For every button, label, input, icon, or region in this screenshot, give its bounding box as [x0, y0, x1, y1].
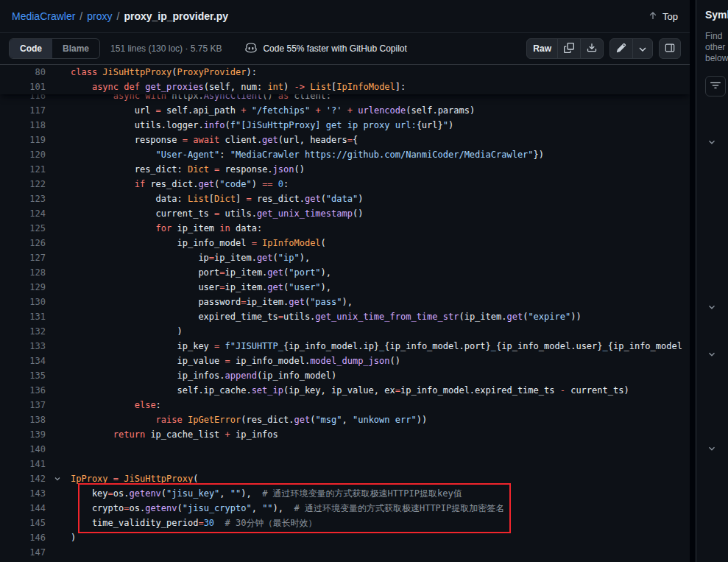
code-text: response = await client.get(url, headers…: [71, 133, 690, 147]
gutter-spacer: [46, 427, 71, 442]
line-number[interactable]: 145: [0, 516, 46, 530]
line-number[interactable]: 137: [0, 398, 46, 412]
gutter-spacer: [46, 147, 71, 162]
line-number[interactable]: 116: [0, 94, 46, 103]
line-number[interactable]: 140: [0, 442, 46, 457]
code-line: 141: [0, 457, 690, 471]
line-number[interactable]: 126: [0, 236, 46, 250]
line-number[interactable]: 136: [0, 383, 46, 398]
copy-raw-button[interactable]: [558, 39, 581, 58]
symbols-pane-toggle-button[interactable]: [659, 38, 681, 59]
gutter-spacer: [46, 177, 71, 192]
edit-dropdown-button[interactable]: [633, 39, 652, 58]
line-number[interactable]: 120: [0, 147, 46, 162]
line-number[interactable]: 125: [0, 221, 46, 236]
gutter-spacer: [46, 412, 71, 427]
line-number[interactable]: 122: [0, 177, 46, 192]
line-number[interactable]: 121: [0, 162, 46, 177]
code-text: port=ip_item.get("port"),: [71, 265, 690, 280]
line-number[interactable]: 124: [0, 206, 46, 221]
line-number[interactable]: 142: [0, 471, 46, 486]
code-text: async def get_proxies(self, num: int) ->…: [71, 80, 690, 94]
raw-button[interactable]: Raw: [527, 39, 558, 58]
code-text: res_dict: Dict = response.json(): [71, 162, 690, 177]
code-line: 129 user=ip_item.get("user"),: [0, 280, 690, 295]
line-number[interactable]: 128: [0, 265, 46, 280]
gutter-spacer: [46, 103, 71, 118]
line-number[interactable]: 132: [0, 324, 46, 339]
code-line: 137 else:: [0, 398, 690, 412]
gutter-spacer: [46, 442, 71, 457]
line-number[interactable]: 127: [0, 250, 46, 265]
collapse-chevron-icon[interactable]: [46, 471, 71, 486]
line-number[interactable]: 146: [0, 530, 46, 545]
code-line: 140: [0, 442, 690, 457]
symbols-panel: Symbols Find other below: [696, 0, 728, 562]
gutter-spacer: [46, 545, 71, 560]
code-text: password=ip_item.get("pass"),: [71, 295, 690, 309]
line-number[interactable]: 144: [0, 501, 46, 516]
code-line: 118 utils.logger.info(f"[JiSuHttpProxy] …: [0, 118, 690, 133]
symbols-panel-description: Find other below: [705, 31, 728, 64]
partially-scrolled-line: 116 async with httpx.AsyncClient() as cl…: [0, 94, 690, 103]
line-number[interactable]: 147: [0, 545, 46, 560]
line-number[interactable]: 117: [0, 103, 46, 118]
code-text: ip_info_model = IpInfoModel(: [71, 236, 690, 250]
line-number[interactable]: 80: [0, 65, 46, 80]
gutter-spacer: [46, 192, 71, 206]
code-line: 143 key=os.getenv("jisu_key", ""), # 通过环…: [0, 486, 690, 501]
code-text: "User-Agent": "MediaCrawler https://gith…: [71, 147, 690, 162]
line-number[interactable]: 141: [0, 457, 46, 471]
breadcrumb-file-name: proxy_ip_provider.py: [124, 10, 228, 22]
line-number[interactable]: 129: [0, 280, 46, 295]
code-line: 132 ): [0, 324, 690, 339]
line-number[interactable]: 139: [0, 427, 46, 442]
code-line: 139 return ip_cache_list + ip_infos: [0, 427, 690, 442]
line-number[interactable]: 138: [0, 412, 46, 427]
code-text: [71, 442, 690, 457]
line-number[interactable]: 143: [0, 486, 46, 501]
download-raw-button[interactable]: [581, 39, 603, 58]
code-line: 142IpProxy = JiSuHttpProxy(: [0, 471, 690, 486]
gutter-spacer: [46, 339, 71, 354]
gutter-spacer: [46, 383, 71, 398]
breadcrumb-separator: /: [79, 10, 82, 22]
gutter-spacer: [46, 65, 71, 80]
code-line: 138 raise IpGetError(res_dict.get("msg",…: [0, 412, 690, 427]
sticky-scope-lines: 80class JiSuHttpProxy(ProxyProvider):101…: [0, 65, 690, 94]
gutter-spacer: [46, 118, 71, 133]
line-number[interactable]: 135: [0, 368, 46, 383]
line-number[interactable]: 130: [0, 295, 46, 309]
chevron-down-icon[interactable]: [707, 302, 717, 315]
line-number[interactable]: 101: [0, 80, 46, 94]
code-text: url = self.api_path + "/fetchips" + '?' …: [71, 103, 690, 118]
copilot-promo[interactable]: Code 55% faster with GitHub Copilot: [245, 42, 406, 56]
description-line: other: [705, 42, 728, 53]
edit-file-button[interactable]: [610, 39, 633, 58]
code-line: 123 data: List[Dict] = res_dict.get("dat…: [0, 192, 690, 206]
code-line: 124 current_ts = utils.get_unix_timestam…: [0, 206, 690, 221]
toolbar-actions: Raw: [526, 38, 681, 59]
chevron-down-icon[interactable]: [707, 349, 717, 362]
gutter-spacer: [46, 295, 71, 309]
breadcrumb-repo-link[interactable]: MediaCrawler: [12, 10, 75, 22]
tab-blame[interactable]: Blame: [52, 39, 99, 58]
code-text: ip_infos.append(ip_info_model): [71, 368, 690, 383]
download-icon: [587, 43, 597, 55]
filter-button[interactable]: [705, 76, 726, 96]
gutter-spacer: [46, 206, 71, 221]
line-number[interactable]: 133: [0, 339, 46, 354]
code-text: expired_time_ts=utils.get_unix_time_from…: [71, 309, 690, 324]
line-number[interactable]: 118: [0, 118, 46, 133]
breadcrumb-separator: /: [116, 10, 119, 22]
line-number[interactable]: 123: [0, 192, 46, 206]
breadcrumb-folder-link[interactable]: proxy: [87, 10, 112, 22]
chevron-down-icon[interactable]: [707, 443, 717, 457]
tab-code[interactable]: Code: [10, 39, 52, 58]
line-number[interactable]: 119: [0, 133, 46, 147]
line-number[interactable]: 134: [0, 354, 46, 368]
line-number[interactable]: 131: [0, 309, 46, 324]
code-text: IpProxy = JiSuHttpProxy(: [71, 471, 690, 486]
scroll-to-top-button[interactable]: Top: [648, 10, 678, 23]
chevron-down-icon[interactable]: [707, 137, 717, 150]
